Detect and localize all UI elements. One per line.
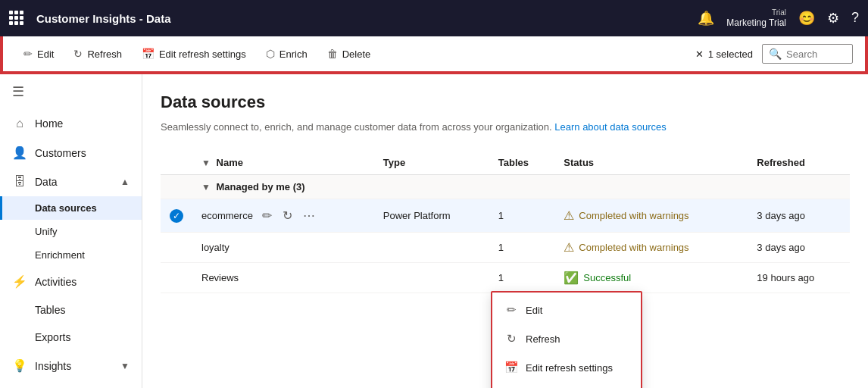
sidebar-item-tables[interactable]: Tables — [0, 296, 142, 324]
app-branding: Customer Insights - Data — [9, 11, 171, 26]
collapse-all-icon[interactable]: ▼ — [201, 158, 211, 168]
sidebar-item-data[interactable]: 🗄 Data ▲ — [0, 167, 142, 196]
row-refreshed-reviews: 19 hours ago — [748, 263, 850, 293]
waffle-menu[interactable] — [9, 11, 24, 26]
customers-icon: 👤 — [12, 146, 27, 160]
col-tables: Tables — [489, 151, 555, 175]
row-edit-icon[interactable]: ✏ — [259, 207, 275, 224]
insights-icon: 💡 — [12, 358, 27, 373]
col-status: Status — [554, 151, 748, 175]
row-tables-loyalty: 1 — [489, 233, 555, 263]
delete-icon: 🗑 — [327, 48, 338, 60]
row-name-reviews: Reviews — [192, 263, 374, 293]
context-menu: ✏ Edit ↻ Refresh 📅 Edit refresh settings… — [491, 291, 642, 388]
help-icon[interactable]: ? — [851, 10, 859, 26]
group-collapse-icon[interactable]: ▼ — [201, 182, 211, 192]
page-description: Seamlessly connect to, enrich, and manag… — [161, 121, 850, 133]
sidebar-item-exports[interactable]: Exports — [0, 324, 142, 351]
context-menu-refresh[interactable]: ↻ Refresh — [492, 324, 641, 353]
col-name: ▼ Name — [192, 151, 374, 175]
row-type-loyalty — [374, 233, 489, 263]
context-menu-edit[interactable]: ✏ Edit — [492, 296, 641, 324]
row-refreshed-loyalty: 3 days ago — [748, 233, 850, 263]
search-box[interactable]: 🔍 — [762, 44, 853, 64]
sidebar-home-label: Home — [35, 117, 130, 130]
user-icon[interactable]: 😊 — [798, 10, 815, 27]
sidebar-item-home[interactable]: ⌂ Home — [0, 109, 142, 138]
settings-icon[interactable]: ⚙ — [827, 10, 839, 27]
row-name-loyalty: loyalty — [192, 233, 374, 263]
search-icon: 🔍 — [769, 48, 782, 60]
top-navigation: Customer Insights - Data 🔔 Trial Marketi… — [0, 0, 868, 36]
trial-badge: Trial Marketing Trial — [726, 8, 786, 28]
row-tables-ecommerce: 1 — [489, 199, 555, 233]
row-actions-ecommerce: ✏ ↻ ⋯ — [259, 207, 318, 224]
hamburger-button[interactable]: ☰ — [0, 74, 142, 109]
sidebar-enrichment-label: Enrichment — [35, 249, 85, 261]
enrich-icon: ⬡ — [266, 48, 275, 60]
sidebar-customers-label: Customers — [35, 147, 130, 159]
home-icon: ⌂ — [12, 117, 27, 130]
sidebar-exports-label: Exports — [35, 331, 130, 343]
row-refresh-icon[interactable]: ↻ — [279, 207, 295, 224]
main-layout: ☰ ⌂ Home 👤 Customers 🗄 Data ▲ Data sourc… — [0, 74, 868, 388]
refresh-button[interactable]: ↻ Refresh — [65, 42, 130, 65]
sidebar-insights-label: Insights — [35, 360, 113, 372]
row-status-ecommerce: ⚠ Completed with warnings — [554, 199, 748, 233]
delete-button[interactable]: 🗑 Delete — [319, 42, 379, 65]
success-icon: ✅ — [564, 271, 579, 285]
edit-refresh-settings-button[interactable]: 📅 Edit refresh settings — [133, 42, 254, 65]
table-row[interactable]: ✓ ecommerce ✏ ↻ ⋯ Power Platform — [161, 199, 850, 233]
page-title: Data sources — [161, 92, 850, 112]
row-more-icon[interactable]: ⋯ — [300, 207, 318, 224]
row-type-ecommerce: Power Platform — [374, 199, 489, 233]
edit-icon: ✏ — [23, 48, 33, 60]
enrich-button[interactable]: ⬡ Enrich — [258, 42, 316, 65]
chevron-up-icon: ▲ — [120, 177, 130, 187]
sidebar-tables-label: Tables — [35, 304, 130, 316]
sidebar-item-settings[interactable]: ⚙ Settings ▼ — [0, 380, 142, 388]
chevron-down-icon: ▼ — [120, 361, 130, 371]
warning-icon-2: ⚠ — [564, 240, 574, 255]
top-nav-right: 🔔 Trial Marketing Trial 😊 ⚙ ? — [698, 8, 859, 28]
row-selected-indicator: ✓ — [170, 209, 183, 223]
notification-icon[interactable]: 🔔 — [698, 10, 714, 27]
context-edit-icon: ✏ — [504, 303, 518, 317]
row-status-loyalty: ⚠ Completed with warnings — [554, 233, 748, 263]
data-sources-table: ▼ Name Type Tables Status Refreshed ▼ Ma… — [161, 151, 850, 293]
close-selection-icon[interactable]: ✕ — [695, 48, 704, 60]
sidebar: ☰ ⌂ Home 👤 Customers 🗄 Data ▲ Data sourc… — [0, 74, 142, 388]
sidebar-activities-label: Activities — [35, 276, 130, 288]
table-row[interactable]: loyalty 1 ⚠ Completed with warnings 3 da… — [161, 233, 850, 263]
sidebar-unify-label: Unify — [35, 226, 58, 237]
search-input[interactable] — [786, 48, 847, 60]
sidebar-item-unify[interactable]: Unify — [0, 220, 142, 243]
action-toolbar-container: ✏ Edit ↻ Refresh 📅 Edit refresh settings… — [0, 36, 868, 74]
app-title: Customer Insights - Data — [36, 12, 171, 25]
sidebar-data-label: Data — [35, 176, 113, 188]
context-calendar-icon: 📅 — [504, 361, 518, 374]
row-name-ecommerce: ecommerce ✏ ↻ ⋯ — [192, 199, 374, 233]
context-refresh-icon: ↻ — [504, 332, 518, 346]
edit-button[interactable]: ✏ Edit — [15, 42, 62, 65]
sidebar-item-enrichment[interactable]: Enrichment — [0, 243, 142, 267]
learn-more-link[interactable]: Learn about data sources — [554, 121, 666, 133]
main-content: Data sources Seamlessly connect to, enri… — [142, 74, 868, 388]
warning-icon: ⚠ — [564, 208, 574, 223]
refresh-icon: ↻ — [73, 48, 83, 60]
table-row[interactable]: Reviews 1 ✅ Successful 19 hours ago — [161, 263, 850, 293]
activities-icon: ⚡ — [12, 274, 27, 289]
context-menu-enrich[interactable]: ⬡ Enrich — [492, 382, 641, 388]
row-refreshed-ecommerce: 3 days ago — [748, 199, 850, 233]
row-type-reviews — [374, 263, 489, 293]
sidebar-data-sources-label: Data sources — [35, 202, 97, 214]
context-menu-edit-refresh[interactable]: 📅 Edit refresh settings — [492, 353, 641, 382]
sidebar-item-insights[interactable]: 💡 Insights ▼ — [0, 351, 142, 380]
action-toolbar: ✏ Edit ↻ Refresh 📅 Edit refresh settings… — [2, 36, 866, 73]
calendar-icon: 📅 — [142, 48, 155, 60]
col-refreshed: Refreshed — [748, 151, 850, 175]
sidebar-item-activities[interactable]: ⚡ Activities — [0, 267, 142, 296]
sidebar-item-customers[interactable]: 👤 Customers — [0, 138, 142, 167]
group-managed-by-me: ▼ Managed by me (3) — [161, 175, 850, 199]
sidebar-item-data-sources[interactable]: Data sources — [0, 196, 142, 220]
